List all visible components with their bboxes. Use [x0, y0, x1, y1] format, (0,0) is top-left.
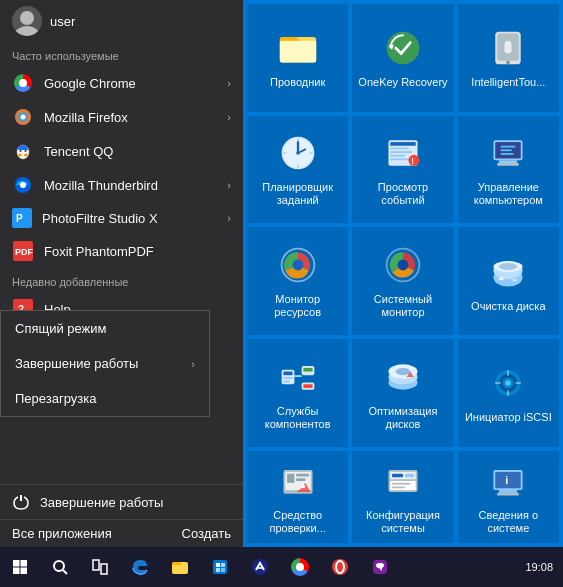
app-item-chrome[interactable]: Google Chrome › — [0, 66, 243, 100]
tile-diskclean[interactable]: Очистка диска — [458, 227, 559, 335]
tile-iscsi[interactable]: Инициатор iSCSI — [458, 339, 559, 447]
app-label-chrome: Google Chrome — [44, 76, 136, 91]
app-item-qq[interactable]: Tencent QQ — [0, 134, 243, 168]
user-section[interactable]: user — [0, 0, 243, 42]
start-menu: user Часто используемые Google Chrome › … — [0, 0, 563, 547]
tile-intellitouch[interactable]: IntelligentTou... — [458, 4, 559, 112]
tile-computermgmt[interactable]: Управление компьютером — [458, 116, 559, 224]
resmon-tile-label: Монитор ресурсов — [251, 293, 344, 319]
tile-resmon[interactable]: Монитор ресурсов — [247, 227, 348, 335]
tile-components[interactable]: Службы компонентов — [247, 339, 348, 447]
svg-rect-110 — [216, 568, 220, 572]
computermgmt-tile-label: Управление компьютером — [462, 181, 555, 207]
malwarebytes-button[interactable] — [240, 547, 280, 587]
svg-rect-57 — [499, 277, 504, 280]
restart-label: Перезагрузка — [15, 391, 96, 406]
shutdown-label: Завершение работы — [15, 356, 138, 371]
store-button[interactable] — [200, 547, 240, 587]
iscsi-tile-label: Инициатор iSCSI — [465, 411, 552, 424]
tile-eventviewer[interactable]: ! Просмотр событий — [352, 116, 453, 224]
tile-sysmon[interactable]: Системный монитор — [352, 227, 453, 335]
svg-rect-37 — [390, 151, 412, 153]
power-button[interactable]: Завершение работы — [0, 485, 243, 519]
opera-button[interactable] — [320, 547, 360, 587]
recently-added-label: Недавно добавленные — [0, 268, 243, 292]
app-item-photofiltre[interactable]: P PhotoFiltre Studio X › — [0, 202, 243, 234]
svg-rect-91 — [392, 482, 410, 484]
chrome-taskbar-button[interactable] — [280, 547, 320, 587]
taskbar: 19:08 — [0, 547, 563, 587]
eventviewer-tile-label: Просмотр событий — [356, 181, 449, 207]
explorer-tile-label: Проводник — [270, 76, 325, 89]
power-label: Завершение работы — [40, 495, 163, 510]
left-panel: user Часто используемые Google Chrome › … — [0, 0, 243, 547]
svg-rect-88 — [392, 473, 403, 477]
search-button[interactable] — [40, 547, 80, 587]
app-label-photofiltre: PhotoFiltre Studio X — [42, 211, 158, 226]
svg-point-24 — [507, 61, 511, 65]
svg-text:!: ! — [411, 157, 414, 166]
tile-taskscheduler[interactable]: Планировщик заданий — [247, 116, 348, 224]
svg-point-75 — [506, 380, 511, 385]
viber-button[interactable] — [360, 547, 400, 587]
bottom-row: Все приложения Создать — [0, 519, 243, 547]
tile-onekey[interactable]: OneKey Recovery — [352, 4, 453, 112]
tiles-panel: Проводник OneKey Recovery — [243, 0, 563, 547]
qq-icon — [12, 140, 34, 162]
svg-rect-38 — [390, 155, 405, 157]
svg-rect-101 — [21, 568, 28, 575]
shutdown-option[interactable]: Завершение работы › — [1, 346, 209, 381]
svg-rect-60 — [283, 371, 292, 375]
svg-line-103 — [63, 570, 67, 574]
diskclean-tile-label: Очистка диска — [471, 300, 545, 313]
svg-rect-92 — [392, 486, 405, 488]
app-label-thunderbird: Mozilla Thunderbird — [44, 178, 158, 193]
taskview-button[interactable] — [80, 547, 120, 587]
sleep-option[interactable]: Спящий режим — [1, 311, 209, 346]
thunderbird-icon — [12, 174, 34, 196]
sysmon-tile-icon — [381, 243, 425, 287]
explorer-taskbar-button[interactable] — [160, 547, 200, 587]
svg-point-0 — [20, 11, 34, 25]
svg-point-29 — [296, 151, 300, 155]
svg-rect-67 — [303, 384, 312, 388]
components-tile-icon — [276, 355, 320, 399]
tile-sysinfo[interactable]: i Сведения о системе — [458, 451, 559, 543]
svg-rect-46 — [501, 146, 516, 148]
resmon-tile-icon — [276, 243, 320, 287]
diskopt-tile-icon — [381, 355, 425, 399]
all-apps-button[interactable]: Все приложения — [12, 526, 182, 541]
app-item-firefox[interactable]: Mozilla Firefox › — [0, 100, 243, 134]
shutdown-arrow: › — [191, 358, 195, 370]
app-item-foxit[interactable]: PDF Foxit PhantomPDF — [0, 234, 243, 268]
sysinfo-tile-icon: i — [486, 459, 530, 503]
onekey-tile-icon — [381, 26, 425, 70]
svg-rect-48 — [501, 153, 514, 155]
app-label-firefox: Mozilla Firefox — [44, 110, 128, 125]
create-button[interactable]: Создать — [182, 526, 231, 541]
svg-rect-47 — [501, 150, 512, 152]
restart-option[interactable]: Перезагрузка — [1, 381, 209, 416]
arrow-icon-chrome: › — [227, 77, 231, 89]
svg-point-102 — [54, 561, 64, 571]
photofiltre-icon: P — [12, 208, 32, 228]
tile-checkdisk[interactable]: Средство проверки... — [247, 451, 348, 543]
chrome-icon — [12, 72, 34, 94]
sysinfo-tile-label: Сведения о системе — [462, 509, 555, 535]
tile-sysconfig[interactable]: Конфигурация системы — [352, 451, 453, 543]
svg-rect-36 — [390, 148, 408, 150]
computermgmt-tile-icon — [486, 131, 530, 175]
edge-button[interactable] — [120, 547, 160, 587]
svg-point-52 — [398, 259, 409, 270]
power-icon — [12, 493, 30, 511]
start-button[interactable] — [0, 547, 40, 587]
svg-point-9 — [25, 150, 27, 152]
app-item-thunderbird[interactable]: Mozilla Thunderbird › — [0, 168, 243, 202]
tile-explorer[interactable]: Проводник — [247, 4, 348, 112]
tile-diskopt[interactable]: Оптимизация дисков — [352, 339, 453, 447]
svg-point-4 — [21, 115, 26, 120]
svg-rect-58 — [513, 279, 518, 281]
taskscheduler-tile-label: Планировщик заданий — [251, 181, 344, 207]
arrow-icon-thunderbird: › — [227, 179, 231, 191]
diskopt-tile-label: Оптимизация дисков — [356, 405, 449, 431]
